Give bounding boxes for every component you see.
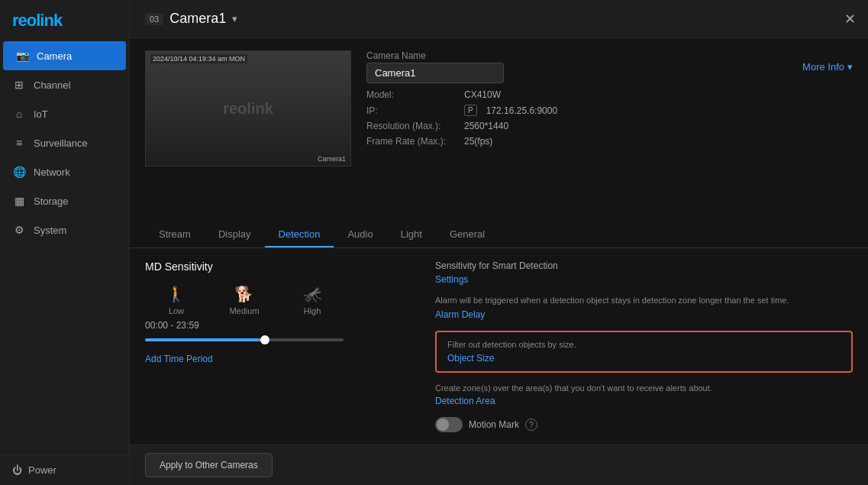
alarm-delay-link[interactable]: Alarm Delay xyxy=(435,309,853,320)
sensitivity-icons: 🚶 Low 🐕 Medium 🦟 High xyxy=(145,285,344,315)
tabs-bar: Stream Display Detection Audio Light Gen… xyxy=(130,221,868,248)
sidebar-item-iot-label: IoT xyxy=(34,108,48,120)
sidebar-item-storage-label: Storage xyxy=(34,196,69,207)
power-label: Power xyxy=(28,464,56,476)
resolution-label: Resolution (Max.): xyxy=(366,121,458,131)
header: 03 Camera1 ▾ ✕ xyxy=(130,0,868,38)
preview-image: 2024/10/14 04:19:34 am MON reolink Camer… xyxy=(145,50,351,167)
object-size-text: Filter out detection objects by size. xyxy=(447,340,841,349)
resolution-value: 2560*1440 xyxy=(464,121,508,131)
chevron-down-icon[interactable]: ▾ xyxy=(232,13,237,24)
sidebar-item-channel-label: Channel xyxy=(34,79,70,91)
md-sensitivity-section: MD Sensitivity 🚶 Low 🐕 Medium 🦟 High 00:… xyxy=(145,260,405,433)
add-time-period-button[interactable]: Add Time Period xyxy=(145,354,405,364)
ip-label: IP: xyxy=(366,105,458,116)
logo: reolink xyxy=(0,0,129,41)
sidebar-item-camera-label: Camera xyxy=(37,50,72,62)
object-size-box: Filter out detection objects by size. Ob… xyxy=(435,331,853,373)
surveillance-icon: ≡ xyxy=(12,136,26,150)
camera-name-label: Camera Name xyxy=(366,50,504,61)
sidebar-item-storage[interactable]: ▦ Storage xyxy=(0,186,129,215)
high-label: High xyxy=(304,306,321,315)
detection-area-link[interactable]: Detection Area xyxy=(435,396,853,406)
sidebar: reolink 📷 Camera ⊞ Channel ⌂ IoT ≡ Surve… xyxy=(0,0,130,485)
object-size-link[interactable]: Object Size xyxy=(447,353,494,364)
info-header: Camera Name Camera1 More Info ▾ xyxy=(366,50,853,83)
slider-track xyxy=(145,338,344,341)
footer: Apply to Other Cameras xyxy=(130,445,868,485)
storage-icon: ▦ xyxy=(12,194,26,208)
preview-timestamp: 2024/10/14 04:19:34 am MON xyxy=(150,54,247,63)
framerate-value: 25(fps) xyxy=(464,136,492,147)
sidebar-item-camera[interactable]: 📷 Camera xyxy=(3,41,126,70)
camera-title: Camera1 xyxy=(169,11,226,27)
sensitivity-slider[interactable] xyxy=(145,338,344,341)
camera-info-section: 2024/10/14 04:19:34 am MON reolink Camer… xyxy=(130,38,868,221)
close-button[interactable]: ✕ xyxy=(844,11,856,27)
sensitivity-high: 🦟 High xyxy=(303,285,322,315)
ip-value: 172.16.25.6:9000 xyxy=(486,105,557,116)
sidebar-item-iot[interactable]: ⌂ IoT xyxy=(0,99,129,128)
camera-preview: 2024/10/14 04:19:34 am MON reolink Camer… xyxy=(145,50,351,209)
tab-light[interactable]: Light xyxy=(387,221,436,247)
tab-stream[interactable]: Stream xyxy=(145,221,205,247)
sensitivity-low: 🚶 Low xyxy=(166,285,186,315)
framerate-label: Frame Rate (Max.): xyxy=(366,136,458,147)
more-info-label: More Info xyxy=(802,61,844,73)
preview-watermark: reolink xyxy=(223,100,273,118)
camera-details: Camera Name Camera1 More Info ▾ Model: C… xyxy=(366,50,853,209)
settings-link[interactable]: Settings xyxy=(435,274,853,285)
model-label: Model: xyxy=(366,89,458,100)
time-range: 00:00 - 23:59 xyxy=(145,320,405,331)
camera-icon: 📷 xyxy=(15,49,29,63)
low-sensitivity-icon: 🚶 xyxy=(166,285,186,303)
slider-thumb[interactable] xyxy=(260,335,269,344)
sidebar-item-surveillance-label: Surveillance xyxy=(34,137,88,149)
sidebar-item-system[interactable]: ⚙ System xyxy=(0,215,129,244)
more-info-button[interactable]: More Info ▾ xyxy=(802,61,853,73)
iot-icon: ⌂ xyxy=(12,107,26,121)
network-icon: 🌐 xyxy=(12,165,26,179)
model-row: Model: CX410W xyxy=(366,89,853,100)
motion-mark-row: Motion Mark ? xyxy=(435,417,853,432)
sidebar-item-channel[interactable]: ⊞ Channel xyxy=(0,70,129,99)
high-sensitivity-icon: 🦟 xyxy=(303,285,322,303)
ip-row: IP: P 172.16.25.6:9000 xyxy=(366,105,853,116)
md-sensitivity-title: MD Sensitivity xyxy=(145,260,405,273)
slider-fill xyxy=(145,338,264,341)
detection-area-text: Create zone(s) over the area(s) that you… xyxy=(435,383,853,393)
toggle-knob xyxy=(437,419,449,431)
channel-icon: ⊞ xyxy=(12,78,26,92)
tab-general[interactable]: General xyxy=(436,221,499,247)
low-label: Low xyxy=(169,306,184,315)
camera-badge: 03 xyxy=(145,13,163,25)
framerate-row: Frame Rate (Max.): 25(fps) xyxy=(366,136,853,147)
motion-mark-toggle[interactable] xyxy=(435,417,463,432)
sidebar-item-network[interactable]: 🌐 Network xyxy=(0,157,129,186)
power-button[interactable]: ⏻ Power xyxy=(0,454,129,485)
tab-detection[interactable]: Detection xyxy=(265,221,334,247)
sidebar-item-system-label: System xyxy=(34,225,66,236)
system-icon: ⚙ xyxy=(12,223,26,237)
camera-name-section: Camera Name Camera1 xyxy=(366,50,504,83)
alarm-delay-text: Alarm will be triggered when a detection… xyxy=(435,294,853,307)
motion-mark-label: Motion Mark xyxy=(469,419,519,430)
sidebar-item-network-label: Network xyxy=(34,167,70,178)
sensitivity-medium: 🐕 Medium xyxy=(229,285,259,315)
medium-label: Medium xyxy=(229,306,259,315)
apply-to-cameras-button[interactable]: Apply to Other Cameras xyxy=(145,453,273,477)
main-content: 03 Camera1 ▾ ✕ 2024/10/14 04:19:34 am MO… xyxy=(130,0,868,485)
detection-panel: MD Sensitivity 🚶 Low 🐕 Medium 🦟 High 00:… xyxy=(130,248,868,445)
tab-display[interactable]: Display xyxy=(205,221,265,247)
camera-name-value: Camera1 xyxy=(366,63,504,83)
model-value: CX410W xyxy=(464,89,501,100)
resolution-row: Resolution (Max.): 2560*1440 xyxy=(366,121,853,131)
medium-sensitivity-icon: 🐕 xyxy=(234,285,253,303)
tab-audio[interactable]: Audio xyxy=(334,221,386,247)
smart-detection-label: Sensitivity for Smart Detection xyxy=(435,260,853,271)
sidebar-item-surveillance[interactable]: ≡ Surveillance xyxy=(0,128,129,157)
more-info-chevron-icon: ▾ xyxy=(847,61,853,73)
preview-label: Camera1 xyxy=(318,155,346,163)
logo-text: reolink xyxy=(12,11,62,31)
help-icon[interactable]: ? xyxy=(525,419,537,431)
